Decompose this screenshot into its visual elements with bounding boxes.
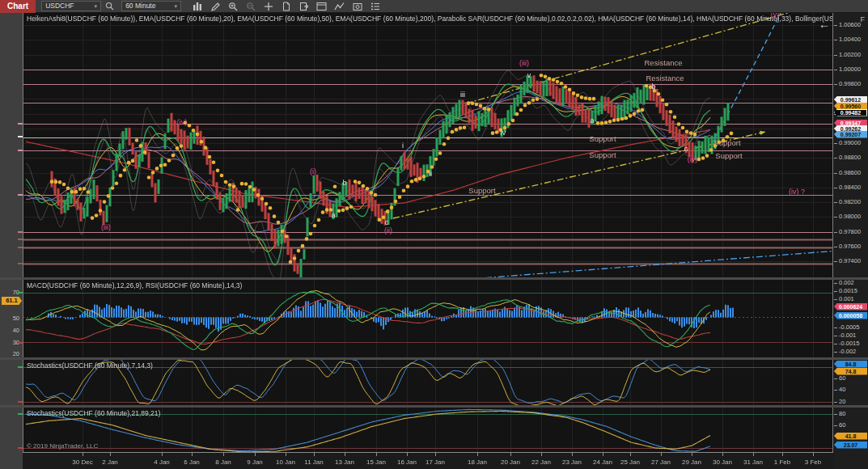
rsi-value-marker: 61.1 bbox=[2, 297, 22, 305]
time-axis-tick bbox=[510, 453, 511, 456]
instrument-selector[interactable]: USDCHF ▾ bbox=[41, 1, 101, 11]
wave-count-label[interactable]: iv bbox=[501, 129, 506, 137]
support-resistance-label[interactable]: Support bbox=[589, 150, 616, 159]
stoch-axis-label: 20 bbox=[839, 399, 845, 405]
stoch-axis-label: 80 bbox=[839, 411, 845, 417]
time-axis-tick bbox=[572, 453, 573, 456]
wave-count-label[interactable]: iii bbox=[460, 91, 465, 99]
chart-right-border bbox=[832, 13, 833, 453]
time-axis-tick bbox=[661, 453, 662, 456]
rsi-axis-label: 20 bbox=[13, 351, 19, 357]
time-axis-label: 17 Jan bbox=[426, 458, 445, 466]
crosshair-icon[interactable] bbox=[262, 1, 274, 11]
stoch-slow-panel-label: Stochastics(USDCHF (60 Minute),21,89,21) bbox=[27, 409, 160, 417]
time-axis-tick bbox=[255, 453, 256, 456]
time-axis-tick bbox=[314, 453, 315, 456]
time-axis-label: 15 Jan bbox=[366, 458, 386, 466]
trendline-icon[interactable] bbox=[333, 1, 345, 11]
wave-count-label[interactable]: (iii) bbox=[101, 223, 111, 231]
chevron-down-icon: ▾ bbox=[95, 2, 98, 11]
wave-count-label[interactable]: b bbox=[651, 82, 655, 91]
time-axis-tick bbox=[83, 453, 83, 456]
stoch-value-marker: 74.8 bbox=[834, 368, 867, 375]
price-panel-canvas[interactable] bbox=[23, 13, 833, 278]
wave-count-label[interactable]: c bbox=[684, 145, 688, 153]
wave-count-label[interactable]: a bbox=[590, 116, 594, 125]
time-axis-tick bbox=[722, 453, 723, 456]
interval-selector[interactable]: 60 Minute ▾ bbox=[121, 1, 181, 11]
macd-axis-label: -0.0005 bbox=[839, 324, 859, 331]
axis-corner-label: F bbox=[861, 15, 866, 23]
properties-icon[interactable] bbox=[369, 1, 381, 11]
time-axis-tick bbox=[692, 453, 692, 456]
support-resistance-label[interactable]: Support bbox=[715, 151, 742, 160]
rsi-axis-label: 50 bbox=[13, 315, 19, 322]
time-axis-label: 27 Jan bbox=[651, 458, 671, 466]
chart-window: Chart USDCHF ▾ 60 Minute ▾ 705040302061.… bbox=[0, 0, 868, 469]
time-axis-tick bbox=[435, 453, 436, 456]
time-axis-label: 3 Feb bbox=[805, 458, 821, 466]
time-axis-label: 16 Jan bbox=[397, 458, 417, 466]
wave-count-label[interactable]: v bbox=[527, 71, 531, 79]
wave-count-label[interactable]: (iv) bbox=[177, 118, 188, 126]
wave-count-label[interactable]: i bbox=[402, 142, 404, 150]
indicator-value-marker: 0.99207 bbox=[834, 131, 867, 138]
panel-splitter[interactable] bbox=[0, 277, 868, 280]
time-axis-label: 30 Dec bbox=[72, 458, 92, 466]
price-axis-label: 0.98000 bbox=[839, 213, 861, 220]
price-axis-label: 1.00600 bbox=[839, 22, 861, 28]
price-axis-label: 0.98400 bbox=[839, 184, 861, 191]
support-resistance-label[interactable]: Support bbox=[589, 134, 616, 143]
time-axis-tick bbox=[630, 453, 631, 456]
snapshot-icon[interactable] bbox=[351, 1, 363, 11]
price-axis-label: 0.99800 bbox=[839, 81, 861, 87]
wave-count-label[interactable]: (i) bbox=[310, 167, 316, 175]
drawing-pencil-icon[interactable] bbox=[209, 1, 221, 11]
wave-count-label[interactable]: (iii) bbox=[519, 59, 529, 67]
stoch-value-marker: 23.07 bbox=[834, 442, 867, 449]
time-axis-label: 20 Jan bbox=[501, 458, 520, 466]
zoom-in-icon[interactable] bbox=[227, 1, 239, 11]
chart-left-border bbox=[23, 13, 23, 453]
time-axis-tick bbox=[223, 453, 224, 456]
wave-count-label[interactable]: a bbox=[331, 211, 335, 219]
zoom-out-icon[interactable] bbox=[244, 1, 256, 11]
price-axis-label: 0.97400 bbox=[839, 258, 861, 264]
wave-count-label[interactable]: b bbox=[342, 179, 346, 187]
wave-count-label[interactable]: (ii) bbox=[384, 226, 392, 234]
time-axis-label: 24 Jan bbox=[593, 458, 612, 466]
support-resistance-label[interactable]: Resistance bbox=[646, 74, 684, 82]
support-resistance-label[interactable]: Resistance bbox=[645, 58, 683, 67]
price-axis-label: 0.97600 bbox=[839, 243, 861, 250]
wave-count-label[interactable]: (iv) ? bbox=[789, 188, 805, 196]
support-resistance-label[interactable]: Support bbox=[468, 186, 495, 195]
wave-count-label[interactable]: c bbox=[385, 218, 389, 226]
time-axis-tick bbox=[286, 453, 286, 456]
axis-separator bbox=[23, 452, 833, 453]
time-axis-tick bbox=[376, 453, 377, 456]
support-resistance-label[interactable]: Support bbox=[713, 138, 740, 147]
time-axis-label: 18 Jan bbox=[468, 458, 487, 466]
price-axis-label: 0.97800 bbox=[839, 229, 861, 235]
macd-value-marker: 0.000058 bbox=[834, 312, 867, 319]
last-price-marker: 0.99482 bbox=[834, 109, 867, 116]
collapse-panel-arrow-icon[interactable]: ← bbox=[819, 18, 830, 31]
price-axis[interactable]: F 1.006001.004001.002001.000000.998000.9… bbox=[833, 13, 868, 469]
chart-style-icon[interactable] bbox=[191, 1, 203, 11]
macd-axis-label: -0.002 bbox=[839, 349, 856, 355]
panel-splitter[interactable] bbox=[0, 405, 868, 408]
stoch-value-marker: 41.8 bbox=[834, 433, 867, 440]
window-tab-chart[interactable]: Chart bbox=[0, 0, 36, 13]
instrument-label: USDCHF bbox=[45, 2, 74, 11]
macd-rsi-panel-canvas[interactable] bbox=[23, 280, 833, 358]
time-axis-tick bbox=[782, 453, 783, 456]
copyright-watermark: © 2019 NinjaTrader, LLC bbox=[27, 442, 98, 450]
data-box-icon[interactable] bbox=[298, 1, 310, 11]
wave-count-label[interactable]: (iv) bbox=[688, 155, 698, 163]
search-icon[interactable] bbox=[104, 1, 116, 11]
chart-window-icon[interactable] bbox=[315, 1, 328, 11]
wave-count-label[interactable]: ii bbox=[429, 170, 432, 178]
new-chart-icon[interactable] bbox=[280, 1, 292, 11]
panel-splitter[interactable] bbox=[0, 357, 868, 360]
time-axis-label: 8 Jan bbox=[215, 458, 231, 466]
